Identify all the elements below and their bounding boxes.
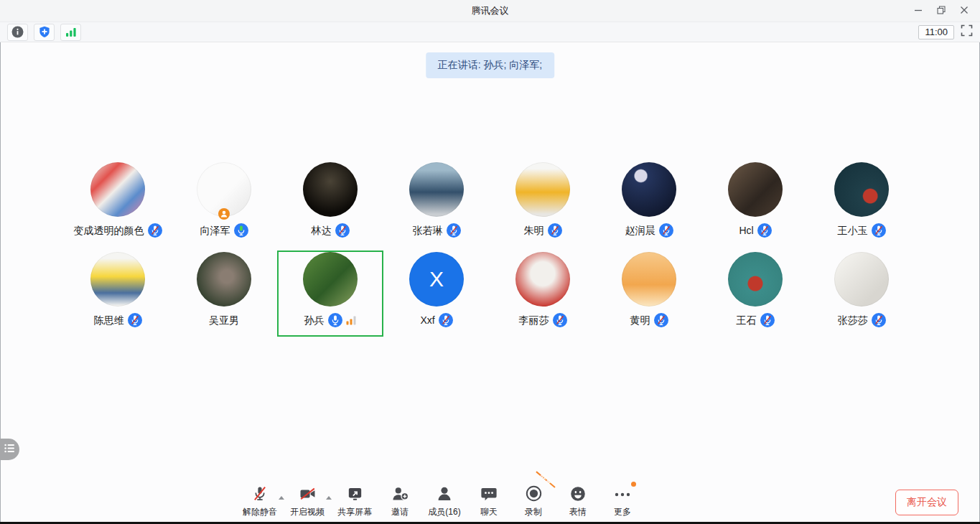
unmute-options-arrow[interactable] xyxy=(279,496,284,500)
mic-status-icon xyxy=(128,313,142,327)
toolbar-item-members[interactable]: 成员(16) xyxy=(428,484,461,518)
toolbar-item-emoji[interactable]: 表情 xyxy=(561,484,594,518)
mic-status-icon xyxy=(872,313,886,327)
invite-icon xyxy=(391,484,410,503)
signal-icon xyxy=(65,27,77,37)
participant-avatar xyxy=(90,162,145,217)
participant-tile[interactable]: 陈思维 xyxy=(65,251,171,337)
participant-tile[interactable]: 李丽莎 xyxy=(490,251,596,337)
mic-status-icon xyxy=(335,223,350,238)
topbar-left-buttons xyxy=(7,24,81,41)
network-button[interactable] xyxy=(60,24,81,41)
participant-name-row: 赵润晨 xyxy=(625,223,673,238)
mic-status-icon xyxy=(148,223,162,238)
participant-avatar xyxy=(515,252,570,307)
participant-avatar xyxy=(622,162,676,217)
close-button[interactable] xyxy=(953,1,976,20)
fullscreen-button[interactable] xyxy=(961,24,973,39)
mic-off-icon xyxy=(251,484,269,503)
participant-name: 王小玉 xyxy=(838,223,868,238)
mic-status-icon xyxy=(553,313,567,327)
participant-avatar xyxy=(728,252,783,307)
panel-toggle-button[interactable] xyxy=(0,439,19,460)
participant-avatar xyxy=(303,162,358,217)
participant-name: 王石 xyxy=(737,313,757,327)
toolbar-item-more[interactable]: 更多 xyxy=(606,484,639,518)
notification-dot xyxy=(631,482,636,487)
participant-name: 吴亚男 xyxy=(209,313,239,327)
toolbar-item-start-video[interactable]: 开启视频 xyxy=(290,484,325,518)
participant-name-row: 变成透明的颜色 xyxy=(74,223,162,238)
participant-name-row: 吴亚男 xyxy=(209,313,239,327)
participant-name: 张莎莎 xyxy=(838,313,868,327)
participant-tile[interactable]: XXxf xyxy=(383,251,490,337)
start-video-options-arrow[interactable] xyxy=(326,496,332,500)
participant-name-row: Hcl xyxy=(739,223,771,238)
host-badge-icon xyxy=(218,208,230,220)
participant-name: 赵润晨 xyxy=(625,223,655,238)
participant-name-row: 林达 xyxy=(312,223,350,238)
participant-tile[interactable]: 吴亚男 xyxy=(171,251,277,337)
participant-name-row: 张莎莎 xyxy=(838,313,886,327)
toolbar-item-label: 邀请 xyxy=(391,506,409,518)
mic-status-icon xyxy=(872,223,886,238)
leave-meeting-button[interactable]: 离开会议 xyxy=(895,490,958,515)
toolbar-item-label: 更多 xyxy=(614,506,631,518)
participant-name: 朱明 xyxy=(524,223,544,238)
emoji-icon xyxy=(569,484,587,503)
participant-name-row: 王石 xyxy=(737,313,775,327)
minimize-button[interactable] xyxy=(907,1,930,20)
participant-name-row: 王小玉 xyxy=(838,223,886,238)
participant-tile[interactable]: 王石 xyxy=(702,251,808,337)
screen-share-icon xyxy=(345,484,365,503)
toolbar-item-chat[interactable]: 聊天 xyxy=(472,484,505,518)
participant-tile[interactable]: 王小玉 xyxy=(808,161,915,247)
participant-avatar xyxy=(197,162,251,217)
participant-tile[interactable]: 孙兵 xyxy=(277,251,383,337)
participant-tile[interactable]: 变成透明的颜色 xyxy=(65,161,171,247)
mic-status-icon xyxy=(328,313,342,327)
participant-name: 林达 xyxy=(312,223,332,238)
window-controls xyxy=(907,0,976,22)
shield-plus-icon xyxy=(39,26,50,38)
toolbar-item-share-screen[interactable]: 共享屏幕 xyxy=(337,484,372,518)
participant-tile[interactable]: 张若琳 xyxy=(383,161,490,247)
mic-status-icon xyxy=(760,313,775,327)
security-button[interactable] xyxy=(34,24,55,41)
participant-avatar xyxy=(834,252,889,307)
participant-name: 李丽莎 xyxy=(519,313,549,327)
toolbar-item-invite[interactable]: 邀请 xyxy=(383,484,416,518)
participant-name: Xxf xyxy=(420,313,434,327)
mic-status-icon xyxy=(234,223,248,238)
participant-name: Hcl xyxy=(739,223,753,238)
bottom-toolbar: 解除静音开启视频共享屏幕邀请成员(16)聊天NEW录制表情更多 xyxy=(237,484,645,518)
participant-name: 黄明 xyxy=(630,313,650,327)
toolbar-item-label: 表情 xyxy=(569,506,587,518)
participant-name-row: 陈思维 xyxy=(94,313,142,327)
restore-button[interactable] xyxy=(930,1,953,20)
participant-avatar xyxy=(303,252,358,307)
participant-tile[interactable]: 黄明 xyxy=(596,251,702,337)
participant-tile[interactable]: 向泽军 xyxy=(171,161,277,247)
participant-name-row: 李丽莎 xyxy=(519,313,567,327)
window-title: 腾讯会议 xyxy=(472,4,509,17)
participant-name-row: 孙兵 xyxy=(304,313,357,327)
meeting-info-button[interactable] xyxy=(7,24,28,41)
participant-tile[interactable]: 林达 xyxy=(277,161,383,247)
participant-avatar xyxy=(622,252,676,307)
participant-tile[interactable]: 朱明 xyxy=(490,161,596,247)
participant-tile[interactable]: Hcl xyxy=(702,161,808,247)
meeting-window: 腾讯会议 11:00 正在讲话: 孙兵; 向泽军; 变成透明的颜色向泽军林达张若… xyxy=(0,0,980,524)
toolbar-item-record[interactable]: NEW录制 xyxy=(517,484,550,518)
minimize-icon xyxy=(914,4,923,17)
participant-avatar xyxy=(197,252,251,307)
toolbar-item-label: 录制 xyxy=(525,506,542,518)
participant-name: 变成透明的颜色 xyxy=(74,223,144,238)
participant-avatar xyxy=(409,162,464,217)
toolbar-item-unmute[interactable]: 解除静音 xyxy=(243,484,277,518)
participant-tile[interactable]: 张莎莎 xyxy=(808,251,915,337)
participant-avatar xyxy=(728,162,783,217)
participant-tile[interactable]: 赵润晨 xyxy=(596,161,702,247)
participant-name-row: Xxf xyxy=(420,313,452,327)
titlebar: 腾讯会议 xyxy=(0,0,980,22)
